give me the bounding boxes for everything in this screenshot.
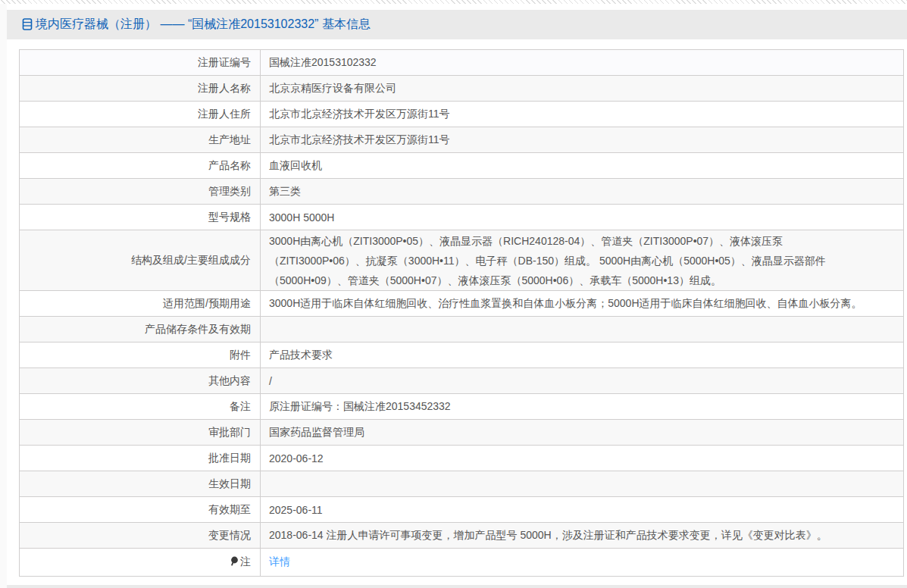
row-value-text: 北京京精医疗设备有限公司 [269, 82, 396, 94]
row-label: 其他内容 [20, 368, 261, 394]
row-value-text: 原注册证编号：国械注准20153452332 [269, 400, 451, 412]
table-row: 备注原注册证编号：国械注准20153452332 [20, 394, 904, 420]
row-label: 生效日期 [20, 471, 261, 497]
table-row: 生产地址北京市北京经济技术开发区万源街11号 [20, 127, 904, 153]
row-value: 第三类 [261, 179, 904, 205]
row-value: 国械注准20153102332 [261, 50, 904, 76]
row-value: 国家药品监督管理局 [261, 420, 904, 446]
row-value: 3000H适用于临床自体红细胞回收、治疗性血浆置换和自体血小板分离；5000H适… [261, 291, 904, 317]
row-label-text: 注 [240, 555, 251, 568]
row-value: 详情 [261, 549, 904, 577]
row-value: 3000H 5000H [261, 205, 904, 230]
row-label: 产品名称 [20, 153, 261, 179]
footer-strip [7, 585, 907, 588]
row-value-text: 北京市北京经济技术开发区万源街11号 [269, 133, 450, 145]
basic-info-table: 注册证编号国械注准20153102332注册人名称北京京精医疗设备有限公司注册人… [19, 49, 904, 577]
row-label: 备注 [20, 394, 261, 420]
row-value: 2018-06-14 注册人申请许可事项变更，增加产品型号 5000H，涉及注册… [261, 523, 904, 549]
table-row: 注册人名称北京京精医疗设备有限公司 [20, 76, 904, 102]
row-label: 注册人名称 [20, 76, 261, 102]
row-value: 血液回收机 [261, 153, 904, 179]
table-row: 附件产品技术要求 [20, 342, 904, 368]
row-label: 产品储存条件及有效期 [20, 317, 261, 342]
row-value-text: 2018-06-14 注册人申请许可事项变更，增加产品型号 5000H，涉及注册… [269, 529, 827, 541]
table-row: 批准日期2020-06-12 [20, 446, 904, 471]
row-value-text: 国家药品监督管理局 [269, 426, 364, 438]
row-value-text: 3000H由离心机（ZITI3000P•05）、液晶显示器（RICH240128… [269, 235, 826, 286]
table-row: 其他内容/ [20, 368, 904, 394]
row-label: 有效期至 [20, 497, 261, 523]
row-label-text: 附件 [230, 349, 251, 361]
row-value [261, 317, 904, 342]
table-row: 产品名称血液回收机 [20, 153, 904, 179]
bulb-icon [230, 556, 239, 568]
row-label-text: 备注 [230, 400, 251, 412]
row-value: 北京市北京经济技术开发区万源街11号 [261, 102, 904, 127]
row-label: 注册人住所 [20, 102, 261, 127]
row-label: 生产地址 [20, 127, 261, 153]
table-row: 注册人住所北京市北京经济技术开发区万源街11号 [20, 102, 904, 127]
row-label-text: 型号规格 [208, 211, 251, 223]
table-row: 有效期至2025-06-11 [20, 497, 904, 523]
row-value: 北京市北京经济技术开发区万源街11号 [261, 127, 904, 153]
row-label: 结构及组成/主要组成成分 [20, 230, 261, 291]
row-label-text: 生效日期 [208, 477, 251, 489]
table-row: 注详情 [20, 549, 904, 577]
row-value-text: 3000H 5000H [269, 211, 334, 224]
top-hatch-stripe [0, 0, 907, 4]
table-row: 产品储存条件及有效期 [20, 317, 904, 342]
row-value: 北京京精医疗设备有限公司 [261, 76, 904, 102]
table-row: 生效日期 [20, 471, 904, 497]
header-bar: 境内医疗器械（注册） —— “国械注准20153102332” 基本信息 [7, 10, 907, 39]
table-row: 审批部门国家药品监督管理局 [20, 420, 904, 446]
row-label: 管理类别 [20, 179, 261, 205]
row-label: 注 [20, 549, 261, 577]
row-label-text: 有效期至 [208, 503, 251, 515]
row-label-text: 生产地址 [208, 133, 251, 145]
row-value-text: 血液回收机 [269, 159, 322, 171]
document-icon [22, 18, 33, 33]
row-label: 注册证编号 [20, 50, 261, 76]
row-value: / [261, 368, 904, 394]
row-label-text: 批准日期 [208, 452, 251, 464]
table-row: 变更情况2018-06-14 注册人申请许可事项变更，增加产品型号 5000H，… [20, 523, 904, 549]
row-label-text: 注册证编号 [198, 56, 251, 68]
row-label-text: 注册人名称 [198, 82, 251, 94]
row-label-text: 其他内容 [208, 374, 251, 386]
row-value: 原注册证编号：国械注准20153452332 [261, 394, 904, 420]
row-label-text: 审批部门 [208, 426, 251, 438]
table-row: 注册证编号国械注准20153102332 [20, 50, 904, 76]
page-title: 境内医疗器械（注册） —— “国械注准20153102332” 基本信息 [36, 17, 371, 33]
row-value [261, 471, 904, 497]
row-value-text: 2025-06-11 [269, 504, 323, 516]
row-value-text: 北京市北京经济技术开发区万源街11号 [269, 108, 450, 120]
row-value-text: / [269, 375, 272, 387]
row-value-text: 2020-06-12 [269, 452, 324, 464]
row-value: 3000H由离心机（ZITI3000P•05）、液晶显示器（RICH240128… [261, 230, 904, 291]
row-value-text: 国械注准20153102332 [269, 56, 377, 68]
row-label-text: 变更情况 [208, 529, 251, 541]
row-label: 变更情况 [20, 523, 261, 549]
row-label: 审批部门 [20, 420, 261, 446]
table-row: 适用范围/预期用途3000H适用于临床自体红细胞回收、治疗性血浆置换和自体血小板… [20, 291, 904, 317]
row-label: 批准日期 [20, 446, 261, 471]
row-label-text: 注册人住所 [198, 108, 251, 120]
row-value: 2020-06-12 [261, 446, 904, 471]
row-label-text: 管理类别 [208, 185, 251, 197]
row-value-text: 3000H适用于临床自体红细胞回收、治疗性血浆置换和自体血小板分离；5000H适… [269, 297, 862, 309]
row-label-text: 产品名称 [208, 159, 251, 171]
row-label: 型号规格 [20, 205, 261, 230]
row-label-text: 适用范围/预期用途 [163, 297, 251, 309]
row-value: 2025-06-11 [261, 497, 904, 523]
row-value-text: 第三类 [269, 185, 301, 197]
detail-link[interactable]: 详情 [269, 555, 290, 568]
row-value-text: 产品技术要求 [269, 349, 333, 361]
table-row: 结构及组成/主要组成成分3000H由离心机（ZITI3000P•05）、液晶显示… [20, 230, 904, 291]
page-left-gutter [0, 0, 7, 588]
row-label-text: 结构及组成/主要组成成分 [131, 254, 251, 266]
row-label: 适用范围/预期用途 [20, 291, 261, 317]
table-row: 管理类别第三类 [20, 179, 904, 205]
row-label: 附件 [20, 342, 261, 368]
row-value: 产品技术要求 [261, 342, 904, 368]
row-label-text: 产品储存条件及有效期 [145, 323, 251, 335]
